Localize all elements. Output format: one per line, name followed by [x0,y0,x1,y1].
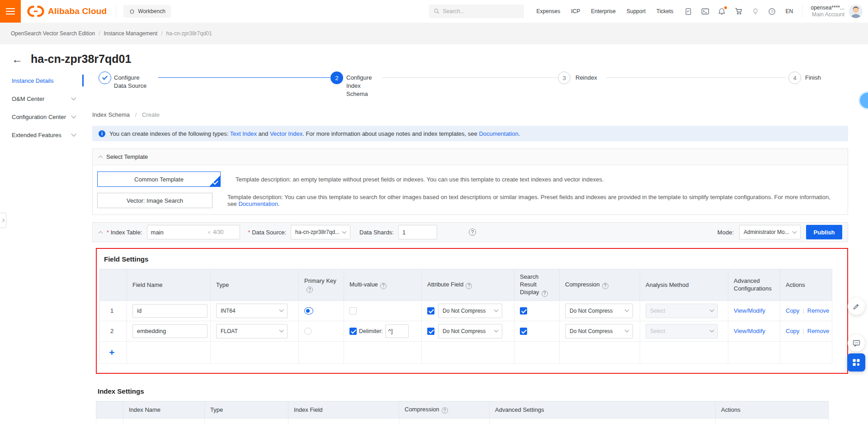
attribute-field-checkbox[interactable] [427,328,434,335]
step-connector [158,77,330,78]
subcrumb-index-schema[interactable]: Index Schema [92,111,130,118]
chevron-down-icon [625,328,629,333]
field-name-input[interactable] [132,304,208,318]
data-source-label: Data Source: [248,229,287,236]
template-option-vector-image-search[interactable]: Vector: Image Search [97,193,212,208]
nav-support[interactable]: Support [627,8,646,14]
index-table-input-wrap: × 4/30 [147,225,240,239]
index-table-input[interactable] [151,229,205,236]
collapse-icon[interactable] [99,231,103,235]
mode-select[interactable]: Administrator Mo... [739,225,801,239]
template-option-common[interactable]: Common Template [97,172,221,187]
add-field-button[interactable]: + [109,348,114,357]
compression-select[interactable]: Do Not Compress [565,324,633,338]
view-modify-link[interactable]: View/Modify [734,328,765,334]
select-template-header[interactable]: Select Template [93,149,848,165]
sidebar-item-om-center[interactable]: O&M Center [0,90,84,108]
avatar[interactable] [849,5,863,18]
help-icon[interactable] [380,283,387,289]
nav-icp[interactable]: ICP [571,8,580,14]
analysis-method-select[interactable]: Select [646,304,718,318]
compression-select[interactable]: Do Not Compress [565,304,633,318]
step1-circle-check-icon [99,71,111,84]
primary-key-radio[interactable] [304,307,313,314]
lightbulb-icon[interactable] [751,7,760,15]
sidebar-item-extended-features[interactable]: Extended Features [0,126,84,144]
view-modify-link[interactable]: View/Modify [734,307,765,314]
type-select[interactable]: INT64 [216,304,288,318]
copy-link[interactable]: Copy [786,307,799,314]
language-switch[interactable]: EN [786,8,793,14]
sidebar-item-instance-details[interactable]: Instance Details [0,71,84,90]
back-arrow-icon[interactable]: ← [12,54,23,65]
documentation-link[interactable]: Documentation [479,130,518,137]
help-icon[interactable] [602,283,609,289]
search-result-display-checkbox[interactable] [520,328,527,335]
multi-value-checkbox[interactable] [349,328,357,335]
console-apps-button[interactable] [847,353,865,372]
select-template-panel: Select Template Common Template Template… [92,148,848,215]
publish-button[interactable]: Publish [806,225,842,239]
sidebar-item-configuration-center[interactable]: Configuration Center [0,108,84,126]
search-input[interactable] [443,8,515,14]
breadcrumb: OpenSearch Vector Search Edition / Insta… [0,23,868,44]
table-header-row: Index Name Type Index Field Compression … [96,401,829,419]
alibaba-cloud-logo[interactable]: Alibaba Cloud [27,5,116,18]
expand-panel-tab[interactable] [0,213,6,228]
attribute-field-checkbox[interactable] [427,307,434,314]
feedback-pencil-button[interactable] [848,298,865,315]
type-value: INT64 [221,308,236,314]
help-icon[interactable]: ? [768,7,776,15]
breadcrumb-item-product[interactable]: OpenSearch Vector Search Edition [11,30,95,37]
page-header: ← ha-cn-zpr38r7qd01 [0,44,868,68]
cart-icon[interactable] [735,7,743,15]
help-icon[interactable] [542,291,548,297]
col-advanced-settings: Advanced Settings [490,401,716,419]
data-shards-input[interactable] [402,229,432,236]
analysis-method-select[interactable]: Select [646,324,718,338]
help-icon[interactable] [442,407,448,414]
notifications-bell-icon[interactable] [718,7,726,15]
col-analysis-method: Analysis Method [640,269,728,301]
step3-circle: 3 [558,71,571,84]
help-icon[interactable] [466,283,472,289]
remove-link[interactable]: Remove [807,307,829,314]
clear-icon[interactable]: × [208,229,211,236]
data-source-select[interactable]: ha-cn-zpr38r7qd... [291,225,350,239]
nav-expenses[interactable]: Expenses [537,8,561,14]
chevron-down-icon [494,328,499,333]
field-name-input[interactable] [132,324,208,338]
search-result-display-checkbox[interactable] [520,307,527,314]
remove-link[interactable]: Remove [807,328,829,334]
brand-name: Alibaba Cloud [48,6,107,16]
index-settings-section: Index Settings Index Name Type Index Fie… [92,387,848,424]
workbench-button[interactable]: Workbench [123,5,170,18]
terminal-icon[interactable] [701,7,709,15]
data-shards-input-wrap [398,225,437,239]
type-select[interactable]: FLOAT [216,324,288,338]
primary-key-radio[interactable] [304,328,311,335]
nav-enterprise[interactable]: Enterprise [591,8,616,14]
copy-link[interactable]: Copy [786,328,799,334]
support-chat-button[interactable] [848,334,865,352]
vector-index-link[interactable]: Vector Index [270,130,302,137]
mobile-app-icon[interactable]: P [684,7,693,15]
breadcrumb-item-instances[interactable]: Instance Management [104,30,157,37]
sidebar-item-label: Configuration Center [12,114,66,120]
step2-circle: 2 [330,71,343,84]
alibaba-cloud-logo-icon [27,5,44,18]
home-icon [129,8,135,14]
nav-tickets[interactable]: Tickets [656,8,674,14]
text-index-link[interactable]: Text Index [230,130,257,137]
attribute-compression-select[interactable]: Do Not Compress [438,304,502,318]
global-search[interactable] [429,5,524,18]
hamburger-menu-icon[interactable] [0,0,21,23]
account-info[interactable]: opensea****... Main Account [802,5,844,18]
documentation-link[interactable]: Documentation [238,200,278,207]
help-icon[interactable] [469,229,476,236]
help-icon[interactable] [307,286,313,293]
attribute-compression-select[interactable]: Do Not Compress [438,324,502,338]
delimiter-input[interactable] [385,324,409,338]
account-name: opensea****... [811,5,844,11]
multi-value-checkbox[interactable] [349,307,357,314]
